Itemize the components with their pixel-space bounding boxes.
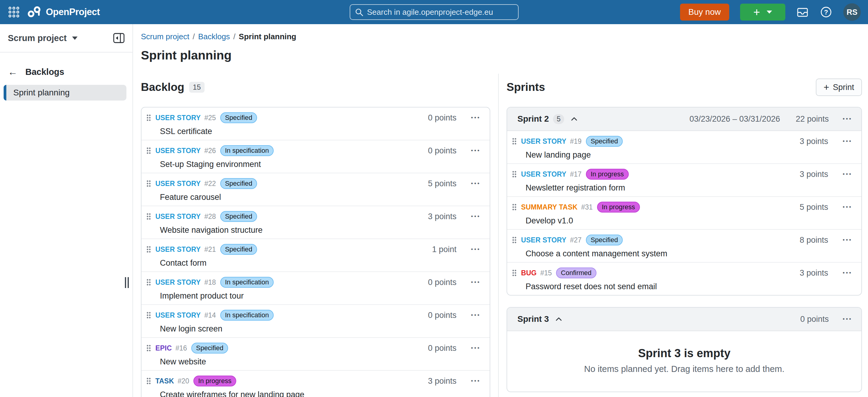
work-item-row[interactable]: USER STORY #14 In specification 0 points… bbox=[142, 304, 490, 337]
drag-handle-icon[interactable] bbox=[146, 344, 151, 352]
openproject-logo[interactable]: OpenProject bbox=[27, 6, 100, 18]
work-item-title[interactable]: New login screen bbox=[160, 324, 480, 334]
sprint-more-menu-button[interactable]: ••• bbox=[843, 116, 852, 122]
drag-handle-icon[interactable] bbox=[146, 180, 151, 187]
avatar[interactable]: RS bbox=[843, 3, 861, 21]
more-menu-button[interactable]: ••• bbox=[471, 180, 480, 187]
work-item-id[interactable]: #21 bbox=[204, 246, 216, 254]
work-item-row[interactable]: USER STORY #22 Specified 5 points ••• Fe… bbox=[142, 173, 490, 206]
work-item-title[interactable]: Website navigation structure bbox=[160, 226, 480, 235]
work-item-title[interactable]: SSL certificate bbox=[160, 127, 480, 136]
sidebar-resize-handle[interactable] bbox=[125, 277, 129, 288]
more-menu-button[interactable]: ••• bbox=[471, 312, 480, 318]
work-item-id[interactable]: #31 bbox=[581, 203, 593, 211]
help-button[interactable]: ? bbox=[820, 6, 832, 19]
work-item-id[interactable]: #25 bbox=[204, 114, 216, 122]
drag-handle-icon[interactable] bbox=[146, 213, 151, 220]
work-item-id[interactable]: #14 bbox=[204, 311, 216, 319]
breadcrumb-link-backlogs[interactable]: Backlogs bbox=[198, 32, 230, 41]
work-item-row[interactable]: USER STORY #25 Specified 0 points ••• SS… bbox=[142, 108, 490, 140]
work-item-title[interactable]: Contact form bbox=[160, 258, 480, 268]
more-menu-button[interactable]: ••• bbox=[471, 213, 480, 220]
work-item-id[interactable]: #28 bbox=[204, 212, 216, 221]
more-menu-button[interactable]: ••• bbox=[471, 246, 480, 253]
more-menu-button[interactable]: ••• bbox=[843, 138, 852, 145]
drag-handle-icon[interactable] bbox=[512, 203, 517, 211]
project-selector[interactable]: Scrum project bbox=[0, 24, 132, 53]
work-item-row[interactable]: USER STORY #27 Specified 8 points ••• Ch… bbox=[507, 229, 861, 262]
work-item-id[interactable]: #17 bbox=[570, 170, 581, 178]
drag-handle-icon[interactable] bbox=[146, 147, 151, 154]
work-item-type[interactable]: USER STORY bbox=[155, 212, 200, 221]
more-menu-button[interactable]: ••• bbox=[843, 171, 852, 177]
work-item-row[interactable]: USER STORY #19 Specified 3 points ••• Ne… bbox=[507, 131, 861, 163]
drag-handle-icon[interactable] bbox=[146, 377, 151, 385]
more-menu-button[interactable]: ••• bbox=[843, 237, 852, 243]
work-item-row[interactable]: USER STORY #18 In specification 0 points… bbox=[142, 272, 490, 304]
work-item-row[interactable]: USER STORY #21 Specified 1 point ••• Con… bbox=[142, 238, 490, 272]
work-item-id[interactable]: #27 bbox=[570, 236, 581, 244]
sidebar-item-sprint-planning[interactable]: Sprint planning bbox=[4, 85, 126, 101]
drag-handle-icon[interactable] bbox=[146, 114, 151, 121]
drag-handle-icon[interactable] bbox=[512, 138, 517, 145]
work-item-title[interactable]: Implement product tour bbox=[160, 291, 480, 301]
work-item-id[interactable]: #20 bbox=[178, 377, 189, 385]
work-item-type[interactable]: USER STORY bbox=[155, 278, 200, 286]
work-item-id[interactable]: #26 bbox=[204, 147, 216, 155]
work-item-title[interactable]: Feature carousel bbox=[160, 193, 480, 202]
work-item-row[interactable]: EPIC #16 Specified 0 points ••• New webs… bbox=[142, 337, 490, 370]
work-item-row[interactable]: BUG #15 Confirmed 3 points ••• Password … bbox=[507, 262, 861, 295]
work-item-title[interactable]: Password reset does not send email bbox=[526, 282, 852, 291]
sprint-more-menu-button[interactable]: ••• bbox=[843, 316, 852, 322]
work-item-type[interactable]: BUG bbox=[521, 269, 537, 277]
drag-handle-icon[interactable] bbox=[512, 171, 517, 178]
sprint-empty-dropzone[interactable]: Sprint 3 is empty No items planned yet. … bbox=[507, 331, 861, 392]
work-item-type[interactable]: EPIC bbox=[155, 344, 172, 352]
notifications-inbox-button[interactable] bbox=[796, 6, 809, 18]
work-item-type[interactable]: USER STORY bbox=[521, 137, 566, 145]
more-menu-button[interactable]: ••• bbox=[471, 345, 480, 351]
work-item-type[interactable]: USER STORY bbox=[521, 170, 566, 178]
apps-grid-icon[interactable] bbox=[7, 5, 21, 19]
work-item-type[interactable]: USER STORY bbox=[155, 311, 200, 319]
work-item-id[interactable]: #22 bbox=[204, 180, 216, 188]
work-item-type[interactable]: USER STORY bbox=[155, 246, 200, 254]
work-item-type[interactable]: SUMMARY TASK bbox=[521, 203, 578, 211]
add-sprint-button[interactable]: + Sprint bbox=[816, 79, 862, 96]
work-item-type[interactable]: USER STORY bbox=[155, 114, 200, 122]
work-item-title[interactable]: Set-up Staging environment bbox=[160, 160, 480, 169]
work-item-row[interactable]: USER STORY #17 In progress 3 points ••• … bbox=[507, 163, 861, 196]
drag-handle-icon[interactable] bbox=[146, 246, 151, 253]
work-item-title[interactable]: New landing page bbox=[526, 150, 852, 160]
work-item-id[interactable]: #15 bbox=[540, 269, 552, 277]
work-item-title[interactable]: New website bbox=[160, 357, 480, 367]
global-search[interactable] bbox=[350, 4, 519, 20]
more-menu-button[interactable]: ••• bbox=[471, 147, 480, 154]
more-menu-button[interactable]: ••• bbox=[471, 114, 480, 121]
work-item-title[interactable]: Develop v1.0 bbox=[526, 216, 852, 226]
more-menu-button[interactable]: ••• bbox=[471, 378, 480, 384]
chevron-up-icon[interactable] bbox=[571, 117, 578, 121]
work-item-id[interactable]: #18 bbox=[204, 278, 216, 286]
work-item-title[interactable]: Create wireframes for new landing page bbox=[160, 390, 480, 397]
work-item-row[interactable]: TASK #20 In progress 3 points ••• Create… bbox=[142, 370, 490, 397]
work-item-title[interactable]: Choose a content management system bbox=[526, 249, 852, 258]
more-menu-button[interactable]: ••• bbox=[843, 204, 852, 210]
collapse-sidebar-button[interactable] bbox=[113, 33, 125, 43]
work-item-type[interactable]: TASK bbox=[155, 377, 174, 385]
work-item-row[interactable]: USER STORY #26 In specification 0 points… bbox=[142, 140, 490, 173]
work-item-type[interactable]: USER STORY bbox=[155, 147, 200, 155]
work-item-type[interactable]: USER STORY bbox=[521, 236, 566, 244]
work-item-title[interactable]: Newsletter registration form bbox=[526, 183, 852, 193]
work-item-row[interactable]: SUMMARY TASK #31 In progress 5 points ••… bbox=[507, 196, 861, 229]
more-menu-button[interactable]: ••• bbox=[471, 279, 480, 286]
buy-now-button[interactable]: Buy now bbox=[680, 4, 729, 21]
drag-handle-icon[interactable] bbox=[512, 269, 517, 277]
more-menu-button[interactable]: ••• bbox=[843, 270, 852, 276]
drag-handle-icon[interactable] bbox=[512, 236, 517, 244]
drag-handle-icon[interactable] bbox=[146, 312, 151, 319]
work-item-id[interactable]: #19 bbox=[570, 137, 581, 145]
breadcrumb-link-project[interactable]: Scrum project bbox=[141, 32, 189, 41]
search-input[interactable] bbox=[367, 7, 513, 17]
work-item-id[interactable]: #16 bbox=[175, 344, 187, 352]
